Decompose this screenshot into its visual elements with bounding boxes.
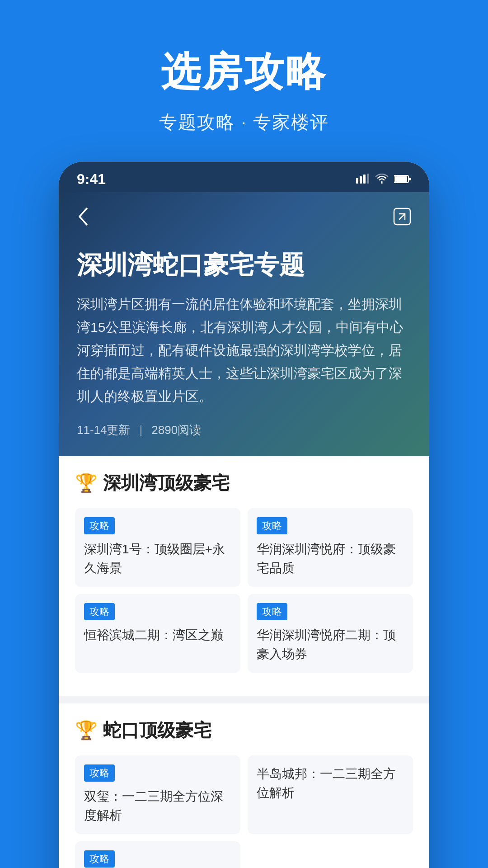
articles-grid-1: 攻略 深圳湾1号：顶级圈层+永久海景 攻略 华润深圳湾悦府：顶级豪宅品质 攻略 … xyxy=(75,508,413,673)
trophy-icon-2: 🏆 xyxy=(75,720,98,741)
wifi-icon xyxy=(375,172,389,187)
hero-read-count: 2890阅读 xyxy=(151,422,201,438)
section-separator xyxy=(59,696,429,703)
svg-rect-3 xyxy=(367,174,369,184)
page-subtitle: 专题攻略 · 专家楼评 xyxy=(18,110,470,135)
section-title-2: 🏆 蛇口顶级豪宅 xyxy=(75,718,413,743)
hero-title: 深圳湾蛇口豪宅专题 xyxy=(77,249,411,282)
page-header: 选房攻略 专题攻略 · 专家楼评 xyxy=(0,0,488,162)
hero-nav xyxy=(77,207,411,231)
tag-badge: 攻略 xyxy=(84,850,115,868)
svg-rect-5 xyxy=(395,176,407,182)
svg-rect-0 xyxy=(356,178,358,184)
article-card[interactable]: 攻略 华润深圳湾悦府二期：顶豪入场券 xyxy=(248,594,413,673)
article-card[interactable]: 攻略 华润深圳湾悦府：顶级豪宅品质 xyxy=(248,508,413,587)
status-bar: 9:41 xyxy=(59,162,429,192)
article-title: 双玺：一二三期全方位深度解析 xyxy=(84,787,231,825)
article-card[interactable]: 攻略 恒裕滨城二期：湾区之巅 xyxy=(75,594,240,673)
section-shenzhen-bay: 🏆 深圳湾顶级豪宅 攻略 深圳湾1号：顶级圈层+永久海景 攻略 华润深圳湾悦府：… xyxy=(59,456,429,687)
tag-badge: 攻略 xyxy=(257,603,287,620)
article-title: 半岛城邦：一二三期全方位解析 xyxy=(257,764,404,802)
article-title: 深圳湾1号：顶级圈层+永久海景 xyxy=(84,540,231,578)
article-title: 恒裕滨城二期：湾区之巅 xyxy=(84,626,231,645)
section-title-1: 🏆 深圳湾顶级豪宅 xyxy=(75,471,413,495)
tag-badge: 攻略 xyxy=(84,603,115,620)
article-card[interactable]: 攻略 半岛城邦二三期为什么差距这么大 xyxy=(75,841,240,868)
article-card[interactable]: 攻略 双玺：一二三期全方位深度解析 xyxy=(75,755,240,834)
articles-grid-2: 攻略 双玺：一二三期全方位深度解析 半岛城邦：一二三期全方位解析 攻略 半岛城邦… xyxy=(75,755,413,868)
battery-icon xyxy=(394,172,411,187)
svg-rect-2 xyxy=(363,175,366,184)
article-card[interactable]: 半岛城邦：一二三期全方位解析 xyxy=(248,755,413,834)
tag-badge: 攻略 xyxy=(84,517,115,534)
article-title: 华润深圳湾悦府：顶级豪宅品质 xyxy=(257,540,404,578)
article-title: 华润深圳湾悦府二期：顶豪入场券 xyxy=(257,626,404,664)
hero-meta: 11-14更新 | 2890阅读 xyxy=(77,422,411,438)
share-button[interactable] xyxy=(393,208,411,230)
hero-update-date: 11-14更新 xyxy=(77,422,131,438)
hero-description: 深圳湾片区拥有一流的居住体验和环境配套，坐拥深圳湾15公里滨海长廊，北有深圳湾人… xyxy=(77,292,411,408)
signal-icon xyxy=(356,172,370,187)
svg-rect-6 xyxy=(409,178,411,180)
tag-badge: 攻略 xyxy=(257,517,287,534)
article-card[interactable]: 攻略 深圳湾1号：顶级圈层+永久海景 xyxy=(75,508,240,587)
status-time: 9:41 xyxy=(77,171,106,188)
svg-rect-1 xyxy=(360,176,362,184)
tag-badge: 攻略 xyxy=(84,764,115,782)
section-shekou: 🏆 蛇口顶级豪宅 攻略 双玺：一二三期全方位深度解析 半岛城邦：一二三期全方位解… xyxy=(59,703,429,868)
content-area: 🏆 深圳湾顶级豪宅 攻略 深圳湾1号：顶级圈层+永久海景 攻略 华润深圳湾悦府：… xyxy=(59,456,429,868)
status-icons xyxy=(356,172,411,187)
page-title: 选房攻略 xyxy=(18,45,470,99)
hero-section: 深圳湾蛇口豪宅专题 深圳湾片区拥有一流的居住体验和环境配套，坐拥深圳湾15公里滨… xyxy=(59,192,429,456)
back-button[interactable] xyxy=(77,207,89,231)
phone-frame: 9:41 xyxy=(59,162,429,868)
trophy-icon-1: 🏆 xyxy=(75,472,98,494)
